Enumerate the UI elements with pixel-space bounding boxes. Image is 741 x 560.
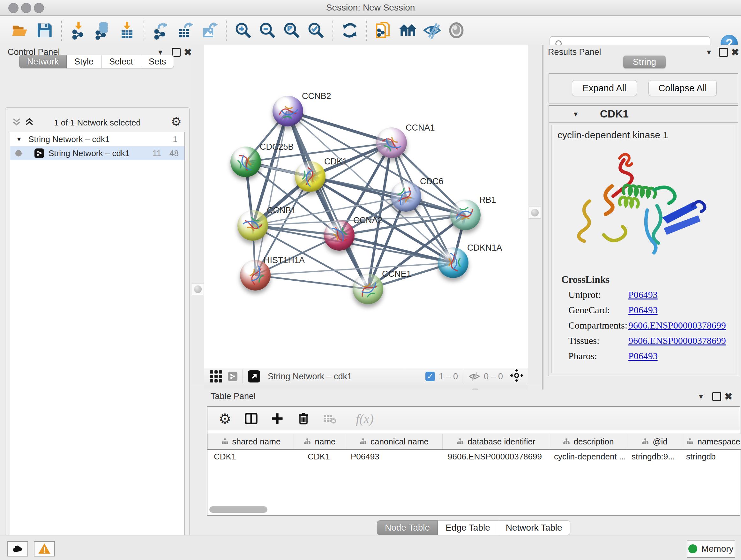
selected-checkbox-icon[interactable]: ✓ [425, 372, 435, 381]
table-cell[interactable]: CDK1 [207, 452, 293, 462]
show-columns-icon[interactable] [243, 410, 260, 427]
tab-network-table[interactable]: Network Table [498, 520, 570, 535]
import-network-file-icon[interactable] [69, 21, 88, 40]
tab-select[interactable]: Select [102, 55, 141, 68]
section-expander-icon[interactable]: ▾ [574, 110, 578, 118]
tree-expander-icon[interactable]: ▾ [17, 135, 21, 143]
import-table-file-icon[interactable] [118, 21, 137, 40]
horizontal-scrollbar-thumb[interactable] [209, 506, 267, 513]
open-session-icon[interactable] [11, 21, 30, 40]
tab-style[interactable]: Style [67, 55, 102, 68]
network-node-CDC25B[interactable] [230, 146, 261, 177]
export-network-icon[interactable] [151, 21, 171, 40]
pan-mode-icon[interactable] [510, 369, 523, 384]
table-cell[interactable]: stringdb:9... [625, 452, 680, 462]
table-panel-menu-icon[interactable]: ▾ [699, 391, 703, 401]
network-node-CDC6[interactable] [391, 181, 421, 212]
network-node-label: HIST1H1A [264, 255, 305, 265]
network-node-CCNE1[interactable] [353, 273, 383, 304]
left-splitter[interactable] [192, 45, 204, 384]
import-network-database-icon[interactable] [93, 21, 112, 40]
table-settings-gear-icon[interactable]: ⚙ [216, 410, 233, 427]
hide-selected-icon[interactable] [422, 21, 442, 40]
right-splitter[interactable] [528, 45, 542, 384]
column-header-description[interactable]: description [549, 434, 627, 449]
results-panel-menu-icon[interactable]: ▾ [707, 47, 711, 57]
zoom-out-icon[interactable] [258, 21, 277, 40]
table-cell[interactable]: CDK1 [293, 452, 344, 462]
show-eye-icon[interactable] [447, 21, 466, 40]
network-node-CDKN1A[interactable] [438, 247, 468, 278]
collection-count: 1 [173, 134, 178, 144]
crosslink-pharos-link[interactable]: P06493 [628, 351, 658, 361]
tab-string[interactable]: String [623, 56, 666, 68]
cloud-status-button[interactable] [7, 541, 28, 557]
column-header-sharedname[interactable]: shared name [207, 434, 293, 449]
network-node-CCNB1[interactable] [238, 210, 268, 241]
table-cell[interactable]: P06493 [344, 452, 441, 462]
table-cell[interactable]: 9606.ENSP00000378699 [441, 452, 548, 462]
column-header-databaseidentifier[interactable]: database identifier [442, 434, 549, 449]
column-header-name[interactable]: name [293, 434, 345, 449]
network-node-CDK1[interactable] [295, 161, 326, 192]
refresh-icon[interactable] [340, 21, 359, 40]
crosslink-tissues-link[interactable]: 9606.ENSP00000378699 [628, 335, 726, 346]
tab-network[interactable]: Network [19, 55, 67, 68]
network-panel: 1 of 1 Network selected ⚙ ▾ String Netwo… [5, 107, 190, 560]
collapse-all-button[interactable]: Collapse All [649, 80, 717, 96]
results-panel-close-icon[interactable]: ✖ [731, 47, 739, 58]
table-panel-float-icon[interactable] [712, 392, 721, 401]
expand-all-button[interactable]: Expand All [572, 80, 637, 96]
zoom-in-icon[interactable] [233, 21, 253, 40]
crosslink-uniprot-link[interactable]: P06493 [628, 289, 658, 300]
network-panel-options-gear-icon[interactable]: ⚙ [171, 115, 182, 129]
network-node-CCNB2[interactable] [273, 96, 303, 126]
tab-edge-table[interactable]: Edge Table [438, 520, 498, 535]
crosslink-genecard-link[interactable]: P06493 [628, 305, 658, 315]
splitter-collapse-button[interactable] [529, 206, 541, 219]
network-node-CCNA2[interactable] [324, 220, 354, 251]
network-row[interactable]: String Network – cdk1 11 48 [10, 146, 185, 160]
memory-button[interactable]: Memory [687, 540, 735, 558]
table-panel-close-icon[interactable]: ✖ [724, 391, 732, 402]
crosslink-compartments-link[interactable]: 9606.ENSP00000378699 [628, 320, 726, 331]
results-panel-float-icon[interactable] [719, 48, 728, 57]
zoom-selected-icon[interactable] [307, 21, 326, 40]
zoom-fit-icon[interactable] [282, 21, 301, 40]
network-canvas[interactable]: CCNB2CCNA1CDC25BCDK1CDC6RB1CCNB1CCNA2CDK… [204, 45, 528, 368]
hidden-eye-icon[interactable] [468, 371, 480, 382]
network-node-label: CCNB2 [302, 91, 331, 101]
column-header-namespace[interactable]: namespace [682, 434, 741, 449]
network-node-CCNA1[interactable] [376, 127, 407, 158]
function-builder-icon[interactable]: f(x) [347, 410, 382, 427]
homes-icon[interactable] [398, 21, 417, 40]
network-node-RB1[interactable] [450, 199, 481, 230]
network-badge-icon[interactable] [228, 372, 238, 381]
network-edge[interactable] [255, 111, 288, 275]
table-row[interactable]: CDK1CDK1P064939606.ENSP00000378699cyclin… [207, 449, 741, 463]
control-panel-close-icon[interactable]: ✖ [184, 47, 192, 58]
column-header-canonicalname[interactable]: canonical name [345, 434, 442, 449]
warning-status-button[interactable] [34, 541, 55, 557]
birds-eye-view-icon[interactable] [248, 370, 260, 382]
gene-name: CDK1 [600, 108, 629, 120]
network-view-toolbar: String Network – cdk1 ✓ 1 – 0 0 – 0 [204, 368, 528, 385]
grid-view-icon[interactable] [210, 370, 222, 382]
table-cell[interactable]: cyclin-dependent ... [548, 452, 625, 462]
save-session-icon[interactable] [35, 21, 54, 40]
table-cell[interactable]: stringdb [680, 452, 741, 462]
network-collection-row[interactable]: ▾ String Network – cdk1 1 [10, 132, 185, 146]
gene-section-header[interactable]: ▾ CDK1 [549, 106, 738, 123]
export-table-icon[interactable] [176, 21, 195, 40]
tab-sets[interactable]: Sets [141, 55, 174, 68]
delete-table-icon[interactable] [321, 410, 338, 427]
share-document-icon[interactable] [374, 21, 393, 40]
tab-node-table[interactable]: Node Table [377, 520, 438, 535]
column-header-id[interactable]: @id [627, 434, 682, 449]
delete-column-trash-icon[interactable] [295, 410, 312, 427]
splitter-collapse-button[interactable] [192, 283, 204, 295]
network-type-icon [35, 148, 44, 158]
expand-collapse-bar: Expand All Collapse All [549, 73, 738, 104]
create-column-plus-icon[interactable] [269, 410, 286, 427]
export-image-icon[interactable] [200, 21, 219, 40]
